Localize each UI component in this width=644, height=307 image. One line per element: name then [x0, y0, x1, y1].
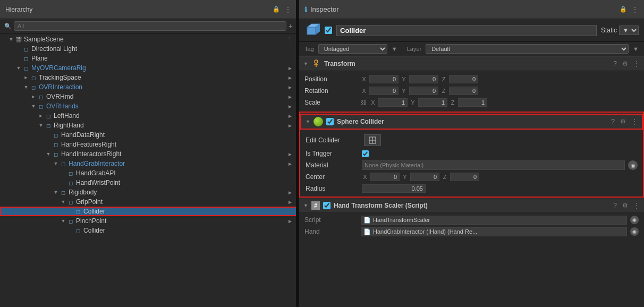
- center-label: Center: [306, 173, 359, 181]
- tree-item-collider2[interactable]: ◻ Collider: [0, 226, 297, 235]
- edit-collider-button[interactable]: [364, 134, 381, 146]
- transform-help-icon[interactable]: ?: [613, 60, 617, 67]
- tree-item-handwrist[interactable]: ◻ HandWristPoint: [0, 178, 297, 187]
- is-trigger-checkbox[interactable]: [362, 150, 369, 157]
- position-x-input[interactable]: [369, 75, 399, 83]
- tree-item-dlight[interactable]: ◻ Directional Light: [0, 44, 297, 54]
- transform-menu-icon[interactable]: ⋮: [633, 60, 640, 67]
- hand-scaler-settings-icon[interactable]: ⚙: [622, 202, 628, 209]
- hand-scaler-checkbox[interactable]: [323, 202, 331, 209]
- hand-scaler-menu-icon[interactable]: ⋮: [633, 202, 640, 209]
- tree-item-plane[interactable]: ◻ Plane: [0, 54, 297, 63]
- center-z-input[interactable]: [450, 173, 479, 181]
- scale-y-input[interactable]: [418, 98, 447, 107]
- center-y-input[interactable]: [410, 173, 439, 181]
- static-dropdown[interactable]: ▼: [619, 25, 639, 35]
- expand-pinchpoint[interactable]: [287, 218, 293, 224]
- script-select-button[interactable]: ◉: [630, 216, 639, 224]
- center-y-label: Y: [402, 174, 408, 180]
- expand-ovrint[interactable]: [287, 84, 293, 90]
- scene-menu-icon[interactable]: ⋮: [287, 36, 293, 43]
- expand-ovrhands[interactable]: [287, 104, 293, 109]
- rotation-z-input[interactable]: [449, 87, 478, 95]
- tag-dropdown[interactable]: Untagged: [318, 44, 387, 54]
- expand-tracking[interactable]: [287, 75, 293, 81]
- hand-scaler-arrow: [303, 203, 308, 208]
- transform-settings-icon[interactable]: ⚙: [622, 60, 628, 67]
- material-select-button[interactable]: ◉: [628, 160, 638, 170]
- label-grippoint: GripPoint: [76, 198, 103, 206]
- object-active-checkbox[interactable]: [325, 27, 332, 34]
- arrow-ovrrig: [15, 65, 22, 71]
- sphere-collider-section: Sphere Collider ? ⚙ ⋮ Edit Collider: [299, 112, 644, 198]
- tree-item-ovrint[interactable]: ◻ OVRInteraction: [0, 82, 297, 92]
- scale-x-input[interactable]: [378, 98, 408, 107]
- inspector-tab[interactable]: ℹ Inspector: [299, 0, 644, 19]
- position-z-input[interactable]: [449, 75, 478, 83]
- tree-item-collider-selected[interactable]: ◻ Collider: [0, 207, 297, 216]
- tree-item-rigidbody[interactable]: ◻ Rigidbody: [0, 187, 297, 197]
- tree-item-handdata[interactable]: ◻ HandDataRight: [0, 130, 297, 140]
- expand-ovrhmd[interactable]: [287, 94, 293, 100]
- tree-item-ovrrig[interactable]: ◻ MyOVRCameraRig: [0, 63, 297, 73]
- menu-icon[interactable]: [284, 5, 292, 14]
- sphere-collider-arrow: [306, 119, 310, 124]
- tree-item-handgrabapi[interactable]: ◻ HandGrabAPI: [0, 168, 297, 178]
- hand-file-icon: 📄: [363, 228, 371, 235]
- radius-input[interactable]: [362, 184, 426, 193]
- hierarchy-panel: Hierarchy 🔍 + 🎬 SampleScene ⋮ ◻ Directio…: [0, 0, 298, 307]
- rotation-x-input[interactable]: [369, 87, 399, 95]
- cube-icon-collider-sel: ◻: [74, 208, 82, 215]
- position-y-input[interactable]: [409, 75, 438, 83]
- expand-grippoint[interactable]: [287, 199, 293, 205]
- transform-header[interactable]: Transform ? ⚙ ⋮: [299, 56, 644, 71]
- add-icon[interactable]: +: [289, 22, 293, 30]
- inspector-lock-icon[interactable]: [620, 5, 627, 14]
- cube-icon-pinchpoint: ◻: [67, 217, 74, 225]
- scale-xyz: ⛓ X Y Z: [361, 98, 639, 107]
- center-x-input[interactable]: [370, 173, 400, 181]
- search-input[interactable]: [14, 21, 286, 31]
- sphere-collider-header[interactable]: Sphere Collider ? ⚙ ⋮: [300, 114, 643, 130]
- tree-item-pinchpoint[interactable]: ◻ PinchPoint: [0, 216, 297, 226]
- inspector-menu-icon[interactable]: [631, 5, 639, 14]
- arrow-handgrab: [52, 161, 60, 166]
- hand-transform-scaler-header[interactable]: # Hand Transform Scaler (Script) ? ⚙ ⋮: [299, 199, 644, 212]
- label-ovrhands: OVRHands: [46, 103, 79, 110]
- layer-dropdown[interactable]: Default: [426, 44, 629, 54]
- object-name-input[interactable]: [336, 25, 597, 36]
- tree-item-ovrhmd[interactable]: ◻ OVRHmd: [0, 92, 297, 101]
- expand-handinteractors[interactable]: [287, 151, 293, 157]
- tree-item-scene[interactable]: 🎬 SampleScene ⋮: [0, 35, 297, 44]
- sphere-collider-checkbox[interactable]: [326, 118, 334, 125]
- sphere-settings-icon[interactable]: ⚙: [620, 118, 626, 125]
- object-icon: [304, 22, 320, 38]
- material-label: Material: [306, 161, 359, 169]
- expand-handgrab[interactable]: [287, 161, 293, 167]
- hand-select-button[interactable]: ◉: [630, 227, 639, 236]
- hierarchy-tab[interactable]: Hierarchy: [0, 0, 297, 19]
- label-ovrint: OVRInteraction: [39, 83, 82, 91]
- script-row: Script 📄 HandTransformScaler ◉: [304, 214, 639, 226]
- tree-item-grippoint[interactable]: ◻ GripPoint: [0, 197, 297, 207]
- expand-rigidbody[interactable]: [287, 190, 293, 195]
- expand-lefthand[interactable]: [287, 113, 293, 119]
- arrow-righthand: [37, 123, 45, 128]
- sphere-menu-icon[interactable]: ⋮: [631, 118, 638, 125]
- scale-z-input[interactable]: [458, 98, 487, 107]
- expand-righthand[interactable]: [287, 123, 293, 129]
- tree-item-lefthand[interactable]: ◻ LeftHand: [0, 111, 297, 121]
- tree-item-ovrhands[interactable]: ◻ OVRHands: [0, 101, 297, 111]
- tree-item-righthand[interactable]: ◻ RightHand: [0, 121, 297, 130]
- expand-ovrrig[interactable]: [287, 65, 293, 71]
- hand-scaler-help-icon[interactable]: ?: [613, 202, 617, 209]
- rotation-y-input[interactable]: [409, 87, 438, 95]
- tree-item-tracking[interactable]: ◻ TrackingSpace: [0, 73, 297, 82]
- tree-item-handgrab[interactable]: ◻ HandGrabInteractor: [0, 159, 297, 168]
- hand-transform-scaler-body: Script 📄 HandTransformScaler ◉ Hand 📄 Ha…: [299, 212, 644, 240]
- tree-item-handfeature[interactable]: ◻ HandFeaturesRight: [0, 140, 297, 149]
- sphere-help-icon[interactable]: ?: [611, 118, 615, 125]
- lock-icon[interactable]: [273, 5, 280, 14]
- sphere-collider-body: Edit Collider Is Trigger: [300, 131, 643, 197]
- tree-item-handinteractors[interactable]: ◻ HandInteractorsRight: [0, 149, 297, 159]
